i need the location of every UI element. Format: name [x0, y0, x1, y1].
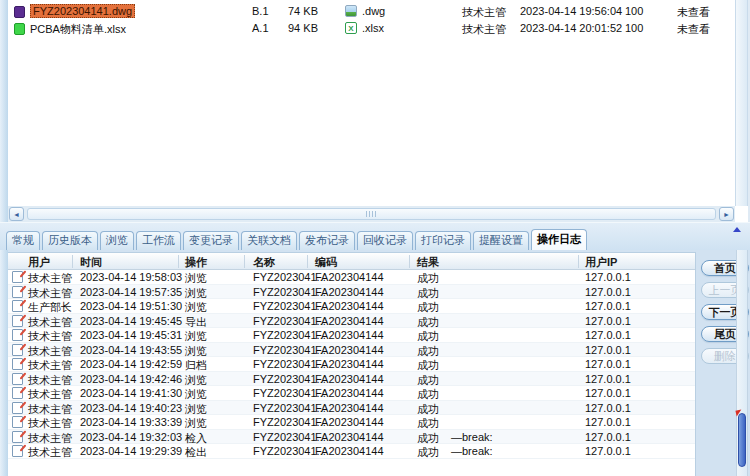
- column-separator: [409, 255, 410, 268]
- file-owner: 技术主管: [462, 5, 506, 20]
- file-type-icon: X: [345, 22, 357, 34]
- log-user-ip: 127.0.0.1: [585, 387, 631, 399]
- edit-document-icon: [12, 300, 23, 312]
- operation-log-table: 用户 时间 操作 名称 编码 结果 用户IP 技术主管 2023-04-14 1…: [8, 252, 696, 476]
- vertical-scroll-thumb[interactable]: [738, 413, 746, 467]
- collapse-up-arrow-icon[interactable]: [733, 227, 741, 232]
- column-separator: [578, 255, 579, 268]
- col-header-user[interactable]: 用户: [28, 255, 50, 270]
- log-time: 2023-04-14 19:45:31: [80, 329, 182, 341]
- edit-document-icon: [12, 387, 23, 399]
- log-doc-code: FA202304144: [315, 416, 384, 428]
- file-type-icon: [345, 5, 357, 17]
- detail-tab[interactable]: 常规: [6, 231, 40, 250]
- scroll-right-arrow-icon[interactable]: ►: [719, 207, 734, 221]
- log-result-note: —break:: [451, 431, 493, 443]
- detail-tab[interactable]: 打印记录: [415, 231, 471, 250]
- log-table-row[interactable]: 技术主管 2023-04-14 19:33:39 浏览 FYZ2023041..…: [8, 415, 695, 430]
- col-header-result[interactable]: 结果: [417, 255, 439, 270]
- file-extension: .xlsx: [362, 22, 384, 34]
- log-doc-code: FA202304144: [315, 329, 384, 341]
- log-doc-code: FA202304144: [315, 445, 384, 457]
- detail-tab[interactable]: 浏览: [100, 231, 134, 250]
- detail-tab[interactable]: 关联文档: [241, 231, 297, 250]
- log-time: 2023-04-14 19:40:23: [80, 402, 182, 414]
- col-header-name[interactable]: 名称: [253, 255, 275, 270]
- edit-document-icon: [12, 416, 23, 428]
- log-table-row[interactable]: 技术主管 2023-04-14 19:42:46 浏览 FYZ2023041..…: [8, 372, 695, 387]
- log-user-ip: 127.0.0.1: [585, 286, 631, 298]
- log-table-row[interactable]: 技术主管 2023-04-14 19:41:30 浏览 FYZ2023041..…: [8, 386, 695, 401]
- log-user: 技术主管: [28, 445, 72, 460]
- log-time: 2023-04-14 19:51:30: [80, 300, 182, 312]
- file-list-row[interactable]: FYZ202304141.dwg B.1 74 KB .dwg 技术主管 202…: [8, 3, 735, 20]
- file-list-panel: FYZ202304141.dwg B.1 74 KB .dwg 技术主管 202…: [8, 0, 735, 206]
- log-doc-code: FA202304144: [315, 286, 384, 298]
- log-table-row[interactable]: 技术主管 2023-04-14 19:29:39 检出 FYZ2023041..…: [8, 444, 695, 459]
- file-version: A.1: [252, 22, 269, 34]
- log-table-header: 用户 时间 操作 名称 编码 结果 用户IP: [8, 253, 695, 270]
- log-time: 2023-04-14 19:41:30: [80, 387, 182, 399]
- file-list-horizontal-scrollbar[interactable]: ◄ ►: [8, 206, 735, 222]
- log-user-ip: 127.0.0.1: [585, 431, 631, 443]
- log-user-ip: 127.0.0.1: [585, 358, 631, 370]
- log-time: 2023-04-14 19:32:03: [80, 431, 182, 443]
- edit-document-icon: [12, 329, 23, 341]
- log-table-row[interactable]: 技术主管 2023-04-14 19:45:31 浏览 FYZ2023041..…: [8, 328, 695, 343]
- log-table-row[interactable]: 技术主管 2023-04-14 19:45:45 导出 FYZ2023041..…: [8, 314, 695, 329]
- operation-log-panel: 用户 时间 操作 名称 编码 结果 用户IP 技术主管 2023-04-14 1…: [8, 250, 750, 476]
- detail-tab[interactable]: 回收记录: [357, 231, 413, 250]
- horizontal-scroll-thumb[interactable]: [27, 208, 716, 220]
- detail-tab[interactable]: 变更记录: [183, 231, 239, 250]
- log-table-body: 技术主管 2023-04-14 19:58:03 浏览 FYZ2023041..…: [8, 270, 695, 459]
- detail-tab[interactable]: 工作流: [136, 231, 181, 250]
- log-doc-code: FA202304144: [315, 344, 384, 356]
- file-name[interactable]: FYZ202304141.dwg: [30, 5, 135, 17]
- log-time: 2023-04-14 19:58:03: [80, 271, 182, 283]
- log-doc-code: FA202304144: [315, 402, 384, 414]
- file-view-status: 未查看: [677, 22, 710, 37]
- log-vertical-scrollbar[interactable]: [736, 250, 748, 476]
- log-table-row[interactable]: 技术主管 2023-04-14 19:58:03 浏览 FYZ2023041..…: [8, 270, 695, 285]
- log-user-ip: 127.0.0.1: [585, 315, 631, 327]
- file-name-label[interactable]: FYZ202304141.dwg: [30, 4, 135, 18]
- log-time: 2023-04-14 19:42:46: [80, 373, 182, 385]
- edit-document-icon: [12, 344, 23, 356]
- file-timestamp: 2023-04-14 19:56:04: [520, 5, 622, 17]
- log-table-row[interactable]: 技术主管 2023-04-14 19:42:59 归档 FYZ2023041..…: [8, 357, 695, 372]
- scroll-left-arrow-icon[interactable]: ◄: [9, 207, 24, 221]
- col-header-time[interactable]: 时间: [80, 255, 102, 270]
- log-table-row[interactable]: 生产部长 2023-04-14 19:51:30 浏览 FYZ2023041..…: [8, 299, 695, 314]
- detail-tab[interactable]: 发布记录: [299, 231, 355, 250]
- col-header-operation[interactable]: 操作: [185, 255, 207, 270]
- log-time: 2023-04-14 19:42:59: [80, 358, 182, 370]
- log-doc-code: FA202304144: [315, 358, 384, 370]
- log-table-row[interactable]: 技术主管 2023-04-14 19:43:55 浏览 FYZ2023041..…: [8, 343, 695, 358]
- log-table-row[interactable]: 技术主管 2023-04-14 19:40:23 浏览 FYZ2023041..…: [8, 401, 695, 416]
- log-user-ip: 127.0.0.1: [585, 373, 631, 385]
- log-doc-code: FA202304144: [315, 300, 384, 312]
- file-size: 74 KB: [288, 5, 318, 17]
- file-list-row[interactable]: PCBA物料清单.xlsx A.1 94 KB X .xlsx 技术主管 202…: [8, 20, 735, 37]
- log-table-row[interactable]: 技术主管 2023-04-14 19:57:35 浏览 FYZ2023041..…: [8, 285, 695, 300]
- column-separator: [307, 255, 308, 268]
- alert-marker-icon: [735, 409, 742, 416]
- file-name[interactable]: PCBA物料清单.xlsx: [30, 22, 126, 37]
- col-header-ip[interactable]: 用户IP: [585, 255, 617, 270]
- file-list-vertical-scrollbar[interactable]: [735, 0, 748, 206]
- log-user-ip: 127.0.0.1: [585, 271, 631, 283]
- detail-tab[interactable]: 提醒设置: [473, 231, 529, 250]
- edit-document-icon: [12, 358, 23, 370]
- log-time: 2023-04-14 19:57:35: [80, 286, 182, 298]
- log-table-row[interactable]: 技术主管 2023-04-14 19:32:03 检入 FYZ2023041..…: [8, 430, 695, 445]
- detail-tab[interactable]: 操作日志: [531, 229, 587, 250]
- file-name-label[interactable]: PCBA物料清单.xlsx: [30, 23, 126, 35]
- column-separator: [72, 255, 73, 268]
- col-header-code[interactable]: 编码: [315, 255, 337, 270]
- log-operation: 检出: [185, 445, 207, 460]
- edit-document-icon: [12, 271, 23, 283]
- column-separator: [178, 255, 179, 268]
- file-size: 94 KB: [288, 22, 318, 34]
- detail-tab[interactable]: 历史版本: [42, 231, 98, 250]
- log-time: 2023-04-14 19:45:45: [80, 315, 182, 327]
